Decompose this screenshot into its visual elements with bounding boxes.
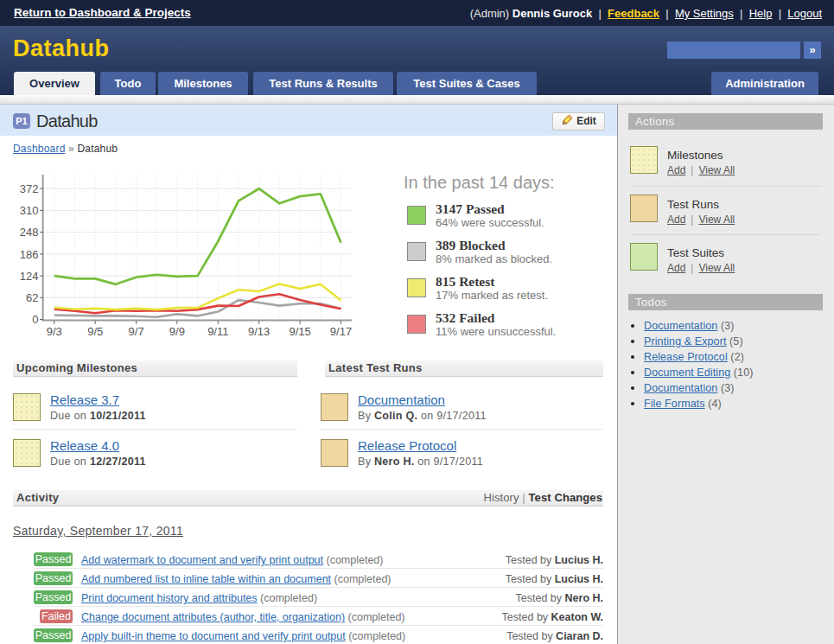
svg-text:9/7: 9/7 [129, 325, 144, 338]
svg-text:9/17: 9/17 [330, 325, 352, 338]
svg-text:9/5: 9/5 [87, 325, 103, 338]
svg-text:9/11: 9/11 [207, 325, 228, 338]
svg-text:9/9: 9/9 [169, 325, 185, 338]
svg-text:9/3: 9/3 [47, 325, 62, 338]
svg-text:9/15: 9/15 [289, 325, 310, 338]
svg-text:62: 62 [26, 291, 38, 304]
svg-text:9/13: 9/13 [248, 325, 270, 338]
svg-text:372: 372 [20, 182, 39, 195]
svg-text:0: 0 [32, 313, 38, 326]
svg-text:310: 310 [20, 204, 39, 217]
svg-text:186: 186 [20, 248, 39, 261]
svg-text:248: 248 [20, 226, 39, 239]
svg-text:124: 124 [20, 270, 39, 283]
